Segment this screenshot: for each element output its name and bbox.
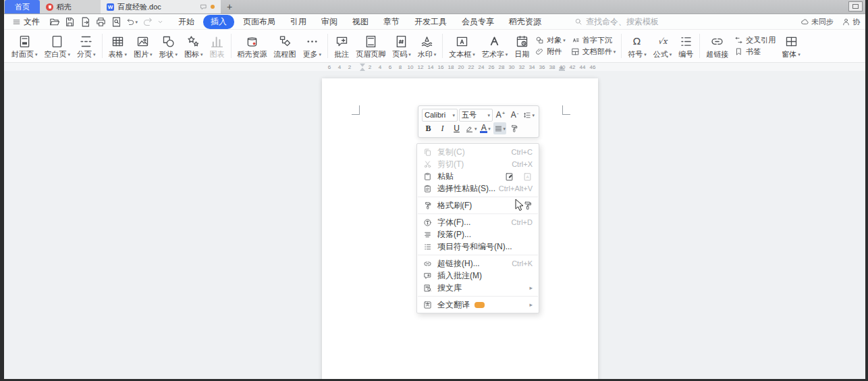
decrease-font-button[interactable]: A- (508, 109, 521, 121)
shapes-button[interactable]: 形状▾ (156, 34, 182, 58)
flowchart-button[interactable]: 流程图 (271, 34, 300, 58)
menu-separator (418, 197, 538, 197)
date-button[interactable]: 日期 (511, 34, 533, 58)
new-tab-button[interactable]: + (221, 0, 238, 14)
symbol-icon: Ω (630, 34, 644, 49)
paste-item[interactable]: 粘贴A (417, 170, 539, 182)
tab-document[interactable]: W 百度经验.doc (101, 0, 221, 14)
tab-docer[interactable]: 稻壳 (40, 0, 101, 14)
italic-button[interactable]: I (436, 122, 449, 134)
align-button[interactable]: ▾ (493, 122, 507, 134)
paste-keep-format-icon[interactable] (504, 172, 514, 182)
ribbon-tab-3[interactable]: 引用 (284, 15, 313, 29)
search-wenku-item[interactable]: 搜文库▸ (417, 282, 539, 294)
hyperlink-button[interactable]: 超链接 (703, 34, 732, 58)
cross-reference-button[interactable]: 交叉引用 (734, 36, 776, 45)
paragraph-item[interactable]: 段落(P)... (417, 228, 539, 240)
page-break-button[interactable]: 分页▾ (74, 34, 99, 58)
chevron-down-icon: ▾ (319, 52, 322, 57)
table-button[interactable]: 表格▾ (105, 34, 131, 58)
attachment-button[interactable]: 附件 (535, 47, 566, 56)
ribbon-tab-9[interactable]: 稻壳资源 (503, 15, 547, 29)
ribbon-separator (102, 34, 103, 58)
paste-special-item[interactable]: 选择性粘贴(S)...Ctrl+Alt+V (417, 182, 539, 195)
ribbon-separator (442, 34, 443, 58)
qat-more-button[interactable] (157, 18, 164, 26)
ribbon-tab-7[interactable]: 开发工具 (408, 15, 453, 29)
chevron-down-icon: ▾ (563, 38, 566, 43)
collaborate-button[interactable]: 协 (842, 17, 860, 27)
ribbon-tab-2[interactable]: 页面布局 (237, 15, 281, 29)
font-name-select[interactable]: Calibri ▾ (422, 109, 458, 122)
text-box-button[interactable]: 文本框▾ (445, 34, 479, 58)
font-item[interactable]: 字体(F)...Ctrl+D (417, 216, 539, 228)
command-search[interactable]: 查找命令、搜索模板 (574, 16, 659, 28)
translate-item[interactable]: 全文翻译▸ (417, 299, 539, 311)
chevron-down-icon: ▾ (614, 49, 616, 54)
save-button[interactable] (63, 16, 76, 28)
paste-text-only-icon[interactable]: A (522, 172, 533, 182)
page-number-button[interactable]: 页码▾ (389, 34, 414, 58)
output-button[interactable] (79, 16, 92, 28)
ribbon-tab-1[interactable]: 插入 (203, 15, 234, 29)
drop-cap-button[interactable]: 首字下沉 (571, 36, 616, 45)
menu-bar-right: 未同步 协 (801, 17, 860, 27)
svg-text:√x: √x (658, 36, 668, 46)
cover-page-button[interactable]: 封面页▾ (8, 34, 41, 58)
wordart-button[interactable]: 艺术字▾ (479, 34, 512, 58)
painter-icon (423, 201, 432, 210)
bullets-numbering-item[interactable]: 项目符号和编号(N)... (417, 240, 539, 253)
formula-icon: √x (655, 34, 670, 49)
ribbon-tab-8[interactable]: 会员专享 (456, 15, 500, 29)
ribbon-tab-5[interactable]: 视图 (346, 15, 375, 29)
insert-comment-item[interactable]: 插入批注(M) (417, 270, 539, 282)
file-menu[interactable]: 文件 (9, 16, 43, 28)
flow-icon (278, 34, 292, 49)
symbol-button[interactable]: Ω符号▾ (624, 34, 650, 58)
format-painter-button[interactable] (508, 122, 520, 134)
formula-button[interactable]: √x公式▾ (650, 34, 676, 58)
window-restore-button[interactable] (848, 1, 863, 11)
underline-button[interactable]: U (450, 122, 463, 134)
blank-page-button[interactable]: 空白页▾ (41, 34, 74, 58)
copy-item: 复制(C)Ctrl+C (417, 146, 539, 158)
highlighter-icon (465, 124, 474, 133)
form-button[interactable]: 窗体▾ (778, 34, 804, 58)
undo-button[interactable]: ▾ (126, 16, 138, 28)
docer-resources-button[interactable]: 稻壳资源 (234, 34, 271, 58)
ribbon-tab-4[interactable]: 审阅 (315, 15, 344, 29)
chevron-down-icon: ▾ (506, 52, 508, 57)
font-size-select[interactable]: 五号 ▾ (459, 109, 493, 122)
ribbon-tab-0[interactable]: 开始 (172, 15, 200, 29)
line-spacing-button[interactable]: ▾ (522, 109, 535, 121)
font-color-button[interactable]: A▾ (479, 122, 492, 134)
tab-home[interactable]: 首页 (5, 0, 40, 14)
bookmark-button[interactable]: 书签 (734, 47, 776, 56)
object-button[interactable]: 对象▾ (535, 36, 566, 45)
hyperlink-item[interactable]: 超链接(H)...Ctrl+K (417, 257, 539, 270)
submenu-arrow-icon: ▸ (529, 301, 533, 308)
increase-font-button[interactable]: A+ (494, 109, 507, 121)
bold-button[interactable]: B (422, 122, 435, 134)
more-button[interactable]: 更多▾ (300, 34, 325, 58)
chevron-down-icon: ▾ (644, 52, 647, 57)
link-icon (423, 259, 432, 268)
font-name-value: Calibri (425, 111, 445, 119)
table-icon (111, 34, 125, 49)
file-menu-label: 文件 (24, 16, 40, 28)
ribbon-separator (621, 34, 622, 58)
comment-button[interactable]: 批注 (331, 34, 352, 58)
header-footer-button[interactable]: 页眉页脚 (352, 34, 389, 58)
print-button[interactable] (94, 16, 107, 28)
ribbon-tab-6[interactable]: 章节 (377, 15, 406, 29)
sync-status[interactable]: 未同步 (801, 17, 834, 27)
watermark-button[interactable]: 水印▾ (414, 34, 440, 58)
numbering-button[interactable]: 编号 (675, 34, 697, 58)
highlight-button[interactable]: ▾ (464, 122, 478, 134)
picture-button[interactable]: 图片▾ (130, 34, 156, 58)
icons-button[interactable]: 图标▾ (181, 34, 207, 58)
print-preview-button[interactable] (110, 16, 123, 28)
document-parts-button[interactable]: 文档部件▾ (571, 47, 616, 56)
open-file-button[interactable] (48, 16, 61, 28)
blank-icon (50, 34, 64, 49)
